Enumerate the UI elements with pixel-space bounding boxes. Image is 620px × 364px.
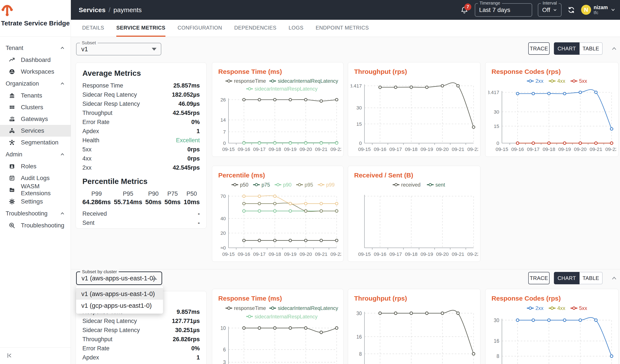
metric-row: Sent- [76,218,206,227]
tab-details[interactable]: DETAILS [82,20,104,37]
svg-text:p99: p99 [326,182,335,188]
nav-section-organization[interactable]: Organization [0,77,71,90]
svg-text:09-16: 09-16 [238,146,250,152]
chart-title: Response Time (ms) [218,295,337,302]
collapse-section-button[interactable] [611,275,617,281]
nav-section-label: Troubleshooting [6,210,48,217]
svg-text:09-18: 09-18 [269,146,281,152]
chart-title: Response Time (ms) [218,68,337,75]
svg-text:09-20: 09-20 [574,146,587,152]
tab-configuration[interactable]: CONFIGURATION [178,20,222,37]
sidebar-item-tenants[interactable]: Tenants [0,90,71,102]
trace-button[interactable]: TRACE [528,272,550,284]
metric-row: Throughput42.545rps [76,108,206,117]
svg-text:26: 26 [220,97,226,102]
sidebar-item-label: Dashboard [21,57,51,63]
svg-text:09-19: 09-19 [421,146,433,152]
sidebar-item-label: Troubleshooting [21,222,64,229]
nav-section-tenant[interactable]: Tenant [0,42,71,54]
svg-text:responseTime: responseTime [234,78,266,84]
chart-button[interactable]: CHART [554,272,580,284]
percentile-value: 55.714ms [114,199,142,206]
sidebar-item-services[interactable]: Services [0,125,71,137]
tab-logs[interactable]: LOGS [289,20,303,37]
sidebar-nav: Tenant Dashboard Workspaces Organization… [0,37,71,231]
metric-row: 5xx0rps [76,145,206,154]
svg-text:09-19: 09-19 [421,251,433,257]
throughput-chart[interactable]: 0153048.41709-1509-1609-1709-1809-1909-2… [351,75,478,156]
metric-value: 127.771µs [172,318,200,324]
sidebar-item-clusters[interactable]: Clusters [0,102,71,113]
chart-title: Response Codes (rps) [492,68,612,75]
nav-section-troubleshooting[interactable]: Troubleshooting [0,207,71,219]
breadcrumb-services[interactable]: Services [79,6,106,14]
sidebar-item-roles[interactable]: Roles [0,160,71,172]
tab-endpoint-metrics[interactable]: ENDPOINT METRICS [316,20,369,37]
svg-text:09-22: 09-22 [467,146,478,152]
dashboard-icon [9,57,15,63]
sidebar-item-troubleshooting[interactable]: Troubleshooting [0,219,71,231]
timerange-input[interactable]: Timerange Last 7 days [475,3,532,17]
refresh-icon[interactable] [567,6,575,14]
workspaces-icon [9,68,15,75]
metric-row: Error Rate0% [76,117,206,127]
sidebar-item-label: Roles [21,163,36,170]
svg-text:7: 7 [223,129,226,135]
collapse-section-button[interactable] [611,45,617,52]
metric-label: Error Rate [82,345,109,352]
metric-value: 9.857ms [176,309,200,315]
svg-text:09-22: 09-22 [330,146,341,152]
metric-value: 0rps [187,146,200,153]
tab-service-metrics[interactable]: SERVICE METRICS [116,20,165,37]
tabs: DETAILS SERVICE METRICS CONFIGURATION DE… [71,20,620,37]
user-menu[interactable]: N nizam tfc [581,5,616,15]
percentile-columns: P9964.286ms P9555.714ms P9050ms P7550ms … [76,189,206,206]
chart-button[interactable]: CHART [554,42,580,55]
svg-text:16: 16 [494,338,499,344]
nav-section-admin[interactable]: Admin [0,148,71,160]
sidebar-item-dashboard[interactable]: Dashboard [0,54,71,66]
svg-text:5xx: 5xx [579,305,587,311]
tab-dependencies[interactable]: DEPENDENCIES [234,20,276,37]
option-gcp-apps-us-east1-0[interactable]: v1 (gcp-apps-us-east1-0) [76,300,163,311]
metric-value: 42.545rps [173,110,200,116]
response-codes-chart-2[interactable]: 08163009-1509-1609-1709-1809-1909-2009-2… [488,302,616,364]
sidebar-item-segmentation[interactable]: Segmentation [0,137,71,148]
sidebar-item-label: Gateways [21,116,48,122]
trace-button[interactable]: TRACE [528,42,550,55]
sidebar-item-label: WASM Extensions [21,183,71,197]
metric-row: Received- [76,209,206,218]
response-codes-chart[interactable]: 0153048.41709-1509-1609-1709-1809-1909-2… [488,75,616,156]
sidebar-item-wasm-extensions[interactable]: WA WASM Extensions [0,184,71,196]
timerange-value: Last 7 days [479,7,510,14]
svg-text:2xx: 2xx [535,78,543,84]
svg-text:40: 40 [220,216,226,221]
sidebar-item-audit-logs[interactable]: Audit Logs [0,172,71,184]
throughput-chart-2[interactable]: 08163009-1509-1609-1709-1809-1909-2009-2… [351,302,478,364]
subset-by-cluster-select[interactable]: Subset by cluster v1 (aws-apps-us-east-1… [76,272,162,285]
percentile-chart[interactable]: ≈020407009-1509-1609-1709-1809-1909-2009… [215,178,341,261]
svg-text:4xx: 4xx [557,78,565,84]
notifications-button[interactable]: 7 [460,5,469,15]
chart-title: Percentile (ms) [218,172,337,179]
sidebar-item-settings[interactable]: Settings [0,196,71,207]
percentile-value: 10ms [184,199,200,206]
gateways-icon [9,116,15,122]
svg-text:sidecarInternalReqLatency: sidecarInternalReqLatency [278,305,338,311]
subset-select[interactable]: Subset v1 [76,43,161,55]
sidebar-item-gateways[interactable]: Gateways [0,113,71,125]
percentile-label: P99 [82,190,111,197]
user-name: nizam [594,5,608,10]
interval-select[interactable]: Interval Off [538,3,561,17]
option-aws-apps-us-east-1-0[interactable]: v1 (aws-apps-us-east-1-0) [76,288,163,300]
collapse-sidebar-icon[interactable] [6,352,13,359]
svg-text:09-15: 09-15 [496,146,508,152]
sidebar-item-workspaces[interactable]: Workspaces [0,66,71,77]
received-sent-chart[interactable]: 09-1509-1609-1709-1809-1909-2009-2109-22… [351,178,478,261]
troubleshooting-icon [9,222,15,229]
table-button[interactable]: TABLE [580,272,603,284]
response-time-chart[interactable]: 07142609-1509-1609-1709-1809-1909-2009-2… [215,75,341,156]
response-time-chart-2[interactable]: 0361009-1509-1609-1709-1809-1909-2009-21… [215,302,341,364]
table-button[interactable]: TABLE [580,42,603,55]
interval-value: Off [542,7,550,14]
